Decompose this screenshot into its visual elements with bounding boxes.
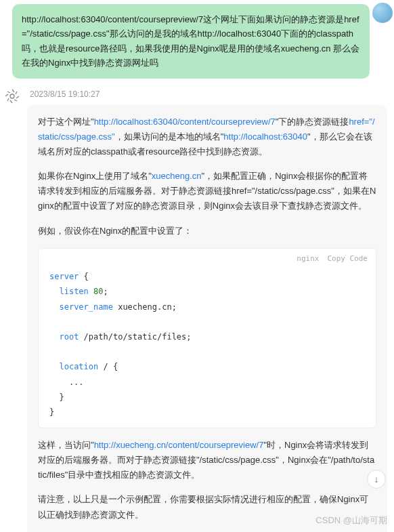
ai-avatar <box>3 87 22 106</box>
code-header: nginxCopy Code <box>39 249 376 267</box>
link-url-3[interactable]: http://xuecheng.cn/content/coursepreview… <box>94 440 264 450</box>
ai-paragraph-2: 如果你在Nginx上使用了域名"xuecheng.cn"，如果配置正确，Ngin… <box>38 169 376 213</box>
user-avatar <box>372 3 393 23</box>
user-msg-url: http://localhost:63040/content/coursepre… <box>22 14 203 24</box>
link-url-2[interactable]: http://localhost:63040 <box>223 131 307 142</box>
link-url-1[interactable]: http://localhost:63040/content/coursepre… <box>94 117 276 127</box>
ai-message: 对于这个网址"http://localhost:63040/content/co… <box>27 105 387 532</box>
timestamp: 2023/8/15 19:10:27 <box>30 88 394 101</box>
ai-paragraph-3: 例如，假设你在Nginx的配置中设置了： <box>38 224 376 239</box>
ai-paragraph-4: 这样，当访问"http://xuecheng.cn/content/course… <box>38 438 376 483</box>
svg-point-0 <box>10 94 14 98</box>
openai-icon <box>4 88 20 104</box>
arrow-down-icon: ↓ <box>374 472 379 487</box>
code-body: server { listen 80; server_name xuecheng… <box>39 266 376 428</box>
code-language-label: nginx <box>297 254 319 263</box>
copy-code-button[interactable]: Copy Code <box>327 254 368 263</box>
scroll-down-button[interactable]: ↓ <box>367 470 386 489</box>
user-message: http://localhost:63040/content/coursepre… <box>12 4 370 79</box>
code-block: nginxCopy Code server { listen 80; serve… <box>38 248 376 429</box>
link-domain[interactable]: xuecheng.cn <box>152 171 202 181</box>
ai-paragraph-1: 对于这个网址"http://localhost:63040/content/co… <box>38 115 376 159</box>
watermark: CSDN @山海可期 <box>315 514 387 528</box>
